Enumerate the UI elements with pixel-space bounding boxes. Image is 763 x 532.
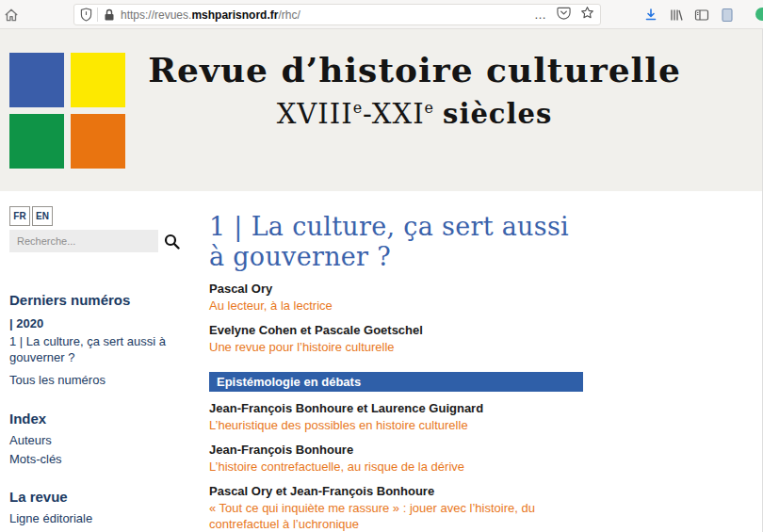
article-item: Jean-François Bonhoure L’histoire contre… bbox=[209, 443, 583, 475]
lock-icon[interactable] bbox=[104, 8, 115, 22]
lang-button-fr[interactable]: FR bbox=[9, 206, 30, 226]
url-prefix: https://revues. bbox=[121, 8, 191, 22]
article-title-link[interactable]: L’histoire contrefactuelle, au risque de… bbox=[209, 459, 583, 475]
article-item: Pascal Ory et Jean-François Bonhoure « T… bbox=[209, 484, 583, 532]
sidebar-item-mots-cles[interactable]: Mots-clés bbox=[9, 452, 196, 467]
sidebar-heading-derniers-numeros: Derniers numéros bbox=[9, 292, 196, 308]
search-icon bbox=[164, 238, 180, 252]
logo-square-blue bbox=[9, 53, 64, 107]
article-title-link[interactable]: « Tout ce qui inquiète me rassure » : jo… bbox=[209, 500, 583, 532]
article-title-link[interactable]: L’heuristique des possibles en histoire … bbox=[209, 417, 583, 433]
article-item: Pascal Ory Au lecteur, à la lectrice bbox=[209, 282, 583, 314]
main-content: 1 | La culture, ça sert aussi à gouverne… bbox=[209, 212, 583, 532]
bookmark-star-icon[interactable] bbox=[580, 6, 594, 24]
url-path: /rhc/ bbox=[278, 8, 300, 22]
journal-logo[interactable] bbox=[9, 53, 130, 170]
sidebar: FR EN Derniers numéros | 2020 1 | La cul… bbox=[9, 206, 196, 532]
sidebar-item-year-2020[interactable]: | 2020 bbox=[9, 316, 196, 331]
divider bbox=[97, 8, 98, 22]
page-icon[interactable] bbox=[720, 8, 735, 23]
browser-toolbar: https://revues.mshparisnord.fr/rhc/ … bbox=[0, 0, 763, 29]
sidebar-toggle-icon[interactable] bbox=[694, 8, 709, 23]
sidebar-item-tous-les-numeros[interactable]: Tous les numéros bbox=[9, 373, 196, 388]
issue-title[interactable]: 1 | La culture, ça sert aussi à gouverne… bbox=[209, 212, 583, 272]
journal-subtitle: XVIIIe-XXIesiècles bbox=[141, 98, 688, 130]
url-domain: mshparisnord.fr bbox=[191, 8, 278, 22]
article-title-link[interactable]: Une revue pour l’histoire culturelle bbox=[209, 339, 583, 355]
article-authors: Pascal Ory bbox=[209, 282, 583, 297]
sidebar-item-auteurs[interactable]: Auteurs bbox=[9, 433, 196, 448]
download-icon[interactable] bbox=[643, 8, 658, 23]
language-switcher: FR EN bbox=[9, 206, 196, 226]
home-icon[interactable] bbox=[3, 7, 20, 24]
article-item: Jean-François Bonhoure et Laurence Guign… bbox=[209, 401, 583, 433]
sidebar-heading-la-revue: La revue bbox=[9, 489, 196, 505]
browser-window: { "browser": { "url": { "prefix": "https… bbox=[0, 0, 763, 532]
search-input[interactable] bbox=[9, 230, 158, 252]
journal-title: Revue d’histoire culturelle bbox=[141, 50, 688, 90]
search-button[interactable] bbox=[164, 234, 180, 250]
url-text[interactable]: https://revues.mshparisnord.fr/rhc/ bbox=[121, 8, 527, 22]
library-icon[interactable] bbox=[669, 8, 684, 23]
logo-square-green bbox=[9, 114, 64, 169]
article-title-link[interactable]: Au lecteur, à la lectrice bbox=[209, 298, 583, 314]
sidebar-heading-index: Index bbox=[9, 411, 196, 427]
section-banner: Epistémologie en débats bbox=[209, 372, 583, 392]
logo-square-yellow bbox=[71, 53, 125, 107]
page-actions-icon[interactable]: … bbox=[534, 10, 547, 20]
journal-masthead: Revue d’histoire culturelle XVIIIe-XXIes… bbox=[0, 29, 763, 191]
extension-icon[interactable] bbox=[755, 8, 763, 21]
article-authors: Evelyne Cohen et Pascale Goetschel bbox=[209, 323, 583, 338]
shield-icon[interactable] bbox=[80, 8, 92, 22]
sidebar-item-ligne-editoriale[interactable]: Ligne éditoriale bbox=[9, 511, 196, 526]
article-item: Evelyne Cohen et Pascale Goetschel Une r… bbox=[209, 323, 583, 355]
article-authors: Pascal Ory et Jean-François Bonhoure bbox=[209, 484, 583, 499]
url-bar[interactable]: https://revues.mshparisnord.fr/rhc/ … bbox=[73, 4, 601, 25]
sidebar-item-current-issue[interactable]: 1 | La culture, ça sert aussi à gouverne… bbox=[9, 334, 188, 365]
logo-square-orange bbox=[71, 114, 125, 169]
article-authors: Jean-François Bonhoure bbox=[209, 443, 583, 458]
pocket-icon[interactable] bbox=[557, 6, 571, 24]
article-authors: Jean-François Bonhoure et Laurence Guign… bbox=[209, 401, 583, 416]
lang-button-en[interactable]: EN bbox=[32, 206, 53, 226]
search-bar bbox=[9, 230, 196, 252]
